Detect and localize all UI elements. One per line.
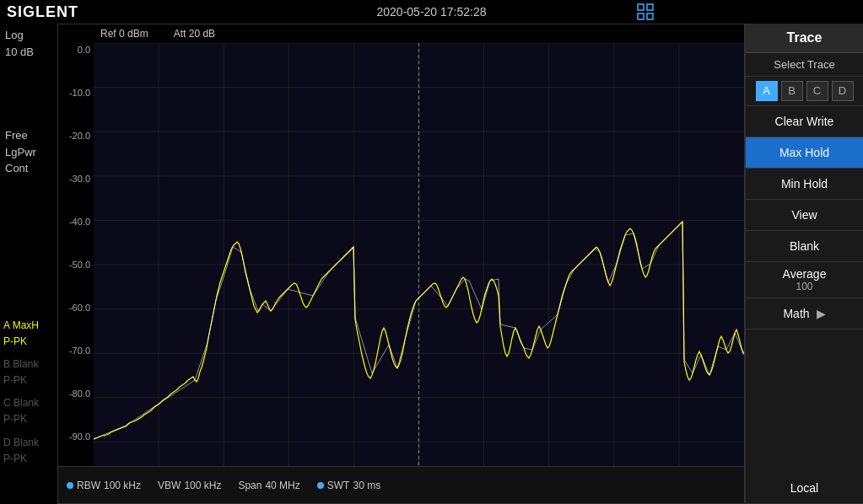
trace-btn-b[interactable]: B xyxy=(781,81,803,101)
trace-c-detect: P-PK xyxy=(3,411,57,427)
trace-b-detect: P-PK xyxy=(3,373,57,389)
scale-label: Log xyxy=(5,27,52,44)
swt-item: SWT 30 ms xyxy=(317,480,380,491)
main-layout: Log 10 dB Free LgPwr Cont A MaxH P-PK B … xyxy=(0,24,863,504)
mode-label: Free xyxy=(5,127,52,144)
span-label: Span xyxy=(238,480,262,491)
swt-value: 30 ms xyxy=(353,480,380,491)
trace-btn-d[interactable]: D xyxy=(832,81,854,101)
average-value: 100 xyxy=(746,281,863,296)
average-label: Average xyxy=(746,267,863,281)
min-hold-button[interactable]: Min Hold xyxy=(746,169,863,200)
select-trace-label: Select Trace xyxy=(746,53,863,77)
logo: SIGLENT xyxy=(7,3,78,21)
view-button[interactable]: View xyxy=(746,200,863,231)
bottom-bar: RBW 100 kHz VBW 100 kHz Span 40 MHz SWT … xyxy=(58,466,744,503)
math-label: Math xyxy=(783,307,809,320)
rbw-value: 100 kHz xyxy=(104,480,141,491)
rbw-label: RBW xyxy=(77,480,100,491)
average-button[interactable]: Average 100 xyxy=(746,262,863,298)
svg-rect-0 xyxy=(638,4,644,10)
datetime: 2020-05-20 17:52:28 xyxy=(377,5,487,19)
math-button[interactable]: Math ▶ xyxy=(746,298,863,330)
spectrum-plot xyxy=(94,43,744,486)
sweep-label: Cont xyxy=(5,160,52,177)
vbw-item: VBW 100 kHz xyxy=(158,480,221,491)
span-value: 40 MHz xyxy=(265,480,299,491)
sidebar-title: Trace xyxy=(746,24,863,53)
blank-button[interactable]: Blank xyxy=(746,231,863,262)
local-button[interactable]: Local xyxy=(746,473,863,504)
select-trace-row: A B C D xyxy=(746,77,863,106)
vbw-label: VBW xyxy=(158,480,181,491)
trace-labels: A MaxH P-PK B Blank P-PK C Blank P-PK D … xyxy=(0,318,57,468)
max-hold-button[interactable]: Max Hold xyxy=(746,137,863,169)
vbw-value: 100 kHz xyxy=(184,480,221,491)
y-axis-labels: 0.0 -10.0 -20.0 -30.0 -40.0 -50.0 -60.0 … xyxy=(58,43,94,486)
right-sidebar: Trace Select Trace A B C D Clear Write M… xyxy=(745,24,863,504)
left-panel: Log 10 dB Free LgPwr Cont A MaxH P-PK B … xyxy=(0,24,57,504)
clear-write-button[interactable]: Clear Write xyxy=(746,106,863,137)
trace-btn-a[interactable]: A xyxy=(756,81,778,101)
chart-area: Ref 0 dBm Att 20 dB 0.0 -10.0 -20.0 -30.… xyxy=(57,24,745,504)
rbw-item: RBW 100 kHz xyxy=(67,480,141,491)
trace-c-label: C Blank xyxy=(3,395,57,411)
div-label: 10 dB xyxy=(5,44,52,61)
swt-label: SWT xyxy=(327,480,350,491)
ref-label: Ref 0 dBm xyxy=(100,28,148,40)
header: SIGLENT 2020-05-20 17:52:28 xyxy=(0,0,863,24)
detect-label: LgPwr xyxy=(5,144,52,161)
rbw-dot xyxy=(67,482,73,489)
trace-a-label: A MaxH xyxy=(3,318,57,334)
swt-dot xyxy=(317,482,324,489)
trace-btn-c[interactable]: C xyxy=(806,81,828,101)
chart-top-info: Ref 0 dBm Att 20 dB xyxy=(94,24,744,43)
trace-b-label: B Blank xyxy=(3,357,57,373)
svg-rect-3 xyxy=(647,13,653,19)
trace-d-detect: P-PK xyxy=(3,451,57,467)
plot-area xyxy=(94,43,744,486)
trace-a-detect: P-PK xyxy=(3,334,57,350)
trace-d-label: D Blank xyxy=(3,435,57,451)
svg-rect-1 xyxy=(647,4,653,10)
grid-icon xyxy=(637,3,654,24)
span-item: Span 40 MHz xyxy=(238,480,299,491)
math-arrow-icon: ▶ xyxy=(817,307,826,320)
svg-rect-2 xyxy=(638,13,644,19)
att-label: Att 20 dB xyxy=(174,28,215,40)
